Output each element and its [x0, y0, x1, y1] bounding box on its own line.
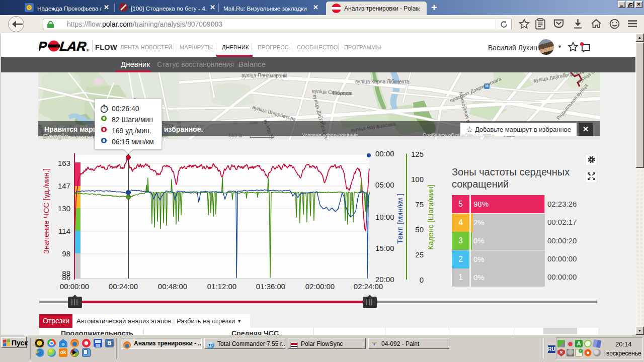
- svg-text:00:48:00: 00:48:00: [158, 282, 187, 291]
- svg-text:01:36:00: 01:36:00: [256, 282, 285, 291]
- svg-text:01:12:00: 01:12:00: [207, 282, 236, 291]
- svg-text:02:00:00: 02:00:00: [305, 282, 335, 291]
- svg-text:114: 114: [58, 227, 70, 235]
- svg-text:86: 86: [62, 273, 70, 282]
- svg-text:00:24:00: 00:24:00: [109, 282, 138, 291]
- svg-text:Ванеева: Ванеева: [333, 90, 353, 96]
- svg-text:147: 147: [58, 182, 70, 190]
- svg-text:130: 130: [58, 204, 70, 213]
- svg-text:100: 100: [411, 175, 424, 184]
- svg-text:Каденс [Шаги/мин]: Каденс [Шаги/мин]: [426, 185, 435, 250]
- svg-text:163: 163: [58, 159, 70, 167]
- svg-text:15:00: 15:00: [375, 244, 394, 252]
- svg-text:A: A: [66, 40, 77, 53]
- svg-text:00:00: 00:00: [375, 149, 394, 158]
- svg-text:P: P: [39, 40, 48, 53]
- svg-text:00:00:00: 00:00:00: [60, 282, 89, 291]
- svg-text:05:00: 05:00: [375, 180, 394, 189]
- svg-text:Темп [мин/км ]: Темп [мин/км ]: [395, 194, 404, 244]
- svg-text:25: 25: [415, 250, 424, 259]
- svg-text:125: 125: [411, 150, 424, 158]
- svg-text:Значение ЧСС [уд./мин.]: Значение ЧСС [уд./мин.]: [42, 168, 50, 254]
- svg-text:75: 75: [415, 200, 424, 209]
- svg-text:вуліца Карла Лібкнехта: вуліца Карла Лібкнехта: [355, 79, 410, 84]
- svg-text:20:00: 20:00: [375, 275, 394, 284]
- svg-text:0: 0: [420, 276, 424, 284]
- svg-text:10:00: 10:00: [375, 213, 394, 221]
- svg-text:50: 50: [415, 225, 424, 234]
- svg-text:98: 98: [62, 249, 70, 258]
- svg-text:R: R: [76, 40, 87, 53]
- svg-text:вуліца Панамарэнкі: вуліца Панамарэнкі: [242, 73, 287, 78]
